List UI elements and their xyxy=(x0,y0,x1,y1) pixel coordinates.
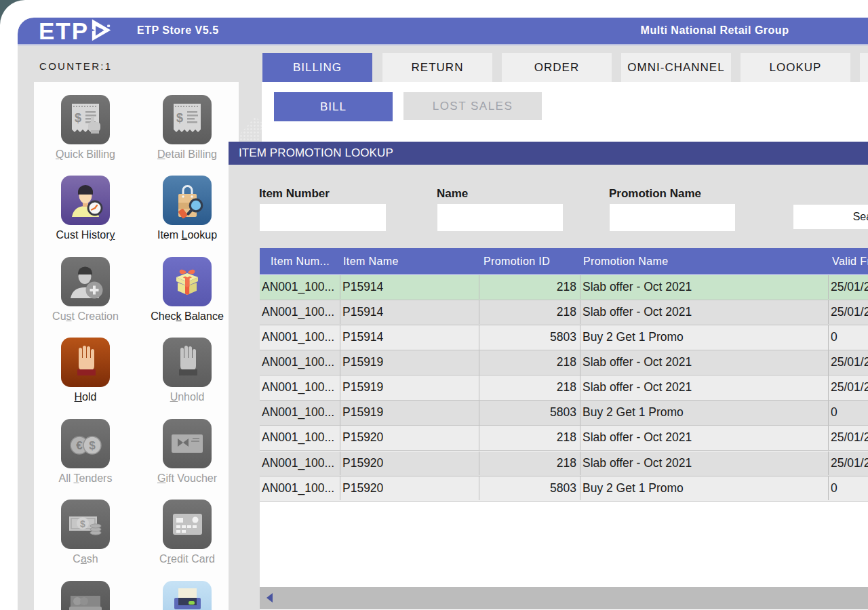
svg-text:$: $ xyxy=(75,111,81,125)
svg-text:$: $ xyxy=(89,439,96,452)
svg-text:€: € xyxy=(76,439,83,452)
svg-text:$: $ xyxy=(176,111,183,125)
svg-text:$: $ xyxy=(80,518,85,529)
